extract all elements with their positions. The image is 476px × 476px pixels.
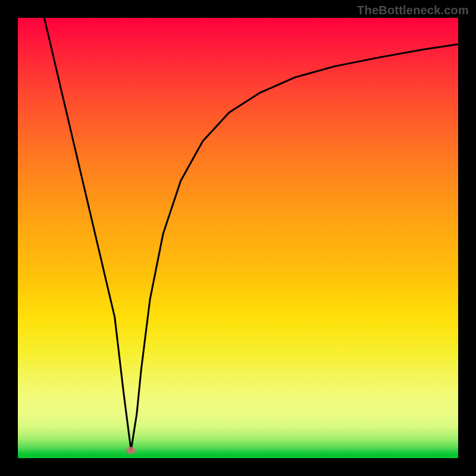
minimum-marker: [126, 447, 136, 454]
watermark-text: TheBottleneck.com: [357, 4, 469, 17]
curve-svg: [18, 18, 458, 458]
bottleneck-curve: [44, 18, 458, 450]
chart-frame: TheBottleneck.com: [0, 0, 476, 476]
plot-area: [18, 18, 458, 458]
